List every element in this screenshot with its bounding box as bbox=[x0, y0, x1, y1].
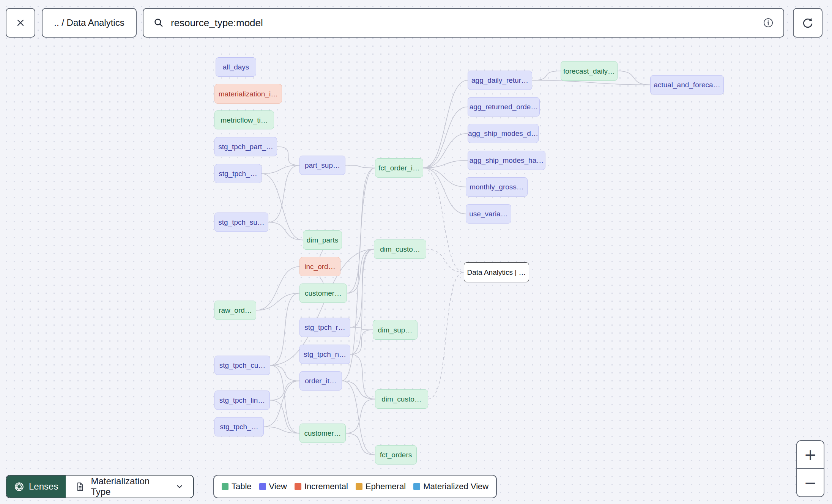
search-icon bbox=[153, 17, 164, 28]
legend-item-materialized-view: Materialized View bbox=[413, 482, 488, 491]
lineage-canvas[interactable]: all_daysmaterialization_i…metricflow_ti…… bbox=[0, 0, 832, 504]
graph-node-forecast_daily[interactable]: forecast_daily… bbox=[561, 61, 618, 81]
refresh-button[interactable] bbox=[793, 8, 823, 38]
graph-node-materialization_i[interactable]: materialization_i… bbox=[214, 84, 282, 104]
graph-node-exposure[interactable]: Data Analytics | … bbox=[464, 262, 529, 282]
graph-node-actual_and_foreca[interactable]: actual_and_foreca… bbox=[650, 75, 724, 94]
graph-node-customer_b[interactable]: customer… bbox=[299, 424, 346, 443]
legend-swatch bbox=[295, 483, 301, 490]
graph-nodes-layer: all_daysmaterialization_i…metricflow_ti…… bbox=[0, 0, 832, 504]
legend-item-incremental: Incremental bbox=[295, 482, 348, 491]
graph-node-order_it[interactable]: order_it… bbox=[299, 371, 342, 391]
aperture-icon bbox=[14, 482, 24, 492]
legend-item-view: View bbox=[259, 482, 287, 491]
graph-node-dim_sup[interactable]: dim_sup… bbox=[373, 320, 418, 340]
info-icon[interactable] bbox=[763, 17, 774, 28]
graph-node-all_days[interactable]: all_days bbox=[216, 57, 256, 77]
graph-node-stg_tpch_su[interactable]: stg_tpch_su… bbox=[214, 213, 268, 232]
close-icon bbox=[15, 17, 26, 28]
breadcrumb-label: .. / Data Analytics bbox=[54, 17, 124, 28]
graph-node-inc_ord[interactable]: inc_ord… bbox=[299, 257, 340, 276]
zoom-out-button[interactable]: − bbox=[797, 469, 824, 496]
graph-node-fct_orders[interactable]: fct_orders bbox=[375, 445, 417, 465]
legend-label: Materialized View bbox=[423, 482, 488, 491]
graph-node-stg_tpch_n[interactable]: stg_tpch_n… bbox=[299, 345, 350, 364]
lenses-control: Lenses Materialization Type bbox=[6, 475, 194, 498]
refresh-icon bbox=[801, 16, 814, 29]
lens-selector-label: Materialization Type bbox=[91, 476, 164, 497]
graph-node-dim_custo_a[interactable]: dim_custo… bbox=[374, 239, 426, 259]
graph-node-fct_order_i[interactable]: fct_order_i… bbox=[375, 158, 423, 178]
legend-swatch bbox=[413, 483, 420, 490]
graph-node-dim_parts[interactable]: dim_parts bbox=[303, 230, 342, 250]
graph-node-stg_tpch_part[interactable]: stg_tpch_part_… bbox=[214, 137, 277, 156]
legend: TableViewIncrementalEphemeralMaterialize… bbox=[213, 475, 497, 498]
zoom-in-button[interactable]: + bbox=[797, 441, 824, 469]
graph-node-stg_tpch_a[interactable]: stg_tpch_… bbox=[214, 164, 262, 183]
search-bar[interactable]: resource_type:model bbox=[143, 8, 784, 38]
graph-node-part_sup[interactable]: part_sup… bbox=[299, 156, 345, 175]
graph-node-stg_tpch_lin[interactable]: stg_tpch_lin… bbox=[214, 391, 270, 410]
legend-label: Ephemeral bbox=[366, 482, 406, 491]
legend-item-ephemeral: Ephemeral bbox=[356, 482, 406, 491]
graph-node-stg_tpch_cu[interactable]: stg_tpch_cu… bbox=[214, 356, 270, 375]
graph-node-use_varia[interactable]: use_varia… bbox=[466, 204, 511, 224]
zoom-controls: + − bbox=[796, 440, 824, 497]
lens-selector[interactable]: Materialization Type bbox=[66, 476, 193, 498]
search-input[interactable]: resource_type:model bbox=[171, 17, 763, 29]
graph-node-agg_returned_orde[interactable]: agg_returned_orde… bbox=[468, 97, 540, 117]
legend-swatch bbox=[259, 483, 266, 490]
graph-node-customer_a[interactable]: customer… bbox=[299, 284, 347, 303]
legend-swatch bbox=[356, 483, 362, 490]
graph-node-dim_custo_b[interactable]: dim_custo… bbox=[375, 389, 428, 409]
graph-node-monthly_gross[interactable]: monthly_gross… bbox=[466, 177, 528, 197]
close-button[interactable] bbox=[6, 8, 35, 38]
graph-node-raw_ord[interactable]: raw_ord… bbox=[214, 301, 256, 320]
graph-node-metricflow_ti[interactable]: metricflow_ti… bbox=[214, 110, 274, 129]
graph-node-agg_ship_modes_d[interactable]: agg_ship_modes_d… bbox=[468, 124, 539, 143]
graph-node-agg_ship_modes_ha[interactable]: agg_ship_modes_ha… bbox=[468, 151, 545, 170]
breadcrumb[interactable]: .. / Data Analytics bbox=[42, 8, 137, 38]
legend-item-table: Table bbox=[222, 482, 252, 491]
graph-node-stg_tpch_r[interactable]: stg_tpch_r… bbox=[299, 318, 350, 337]
graph-node-stg_tpch_b[interactable]: stg_tpch_… bbox=[214, 417, 264, 436]
lenses-button[interactable]: Lenses bbox=[6, 476, 66, 498]
lenses-button-label: Lenses bbox=[29, 481, 58, 492]
legend-label: Table bbox=[232, 482, 252, 491]
document-icon bbox=[75, 482, 85, 492]
chevron-down-icon bbox=[175, 482, 184, 491]
graph-node-agg_daily_retur[interactable]: agg_daily_retur… bbox=[468, 71, 532, 90]
lineage-app: { "toolbar": { "breadcrumb": ".. / Data … bbox=[0, 0, 832, 504]
legend-swatch bbox=[222, 483, 228, 490]
legend-label: Incremental bbox=[304, 482, 348, 491]
legend-label: View bbox=[269, 482, 287, 491]
